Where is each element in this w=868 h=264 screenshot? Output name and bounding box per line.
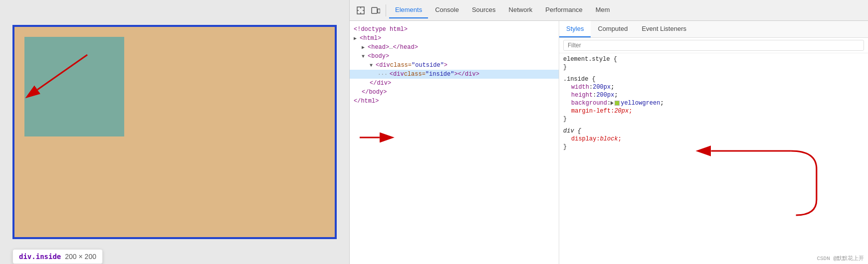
- devtools-main: <!doctype html> ▶ <html> ▶ <head>…</head…: [350, 21, 868, 264]
- dom-close-body[interactable]: </body>: [350, 88, 559, 97]
- tab-console[interactable]: Console: [429, 2, 465, 18]
- tab-mem[interactable]: Mem: [590, 2, 616, 18]
- css-div-selector: div {: [563, 127, 864, 135]
- tab-styles[interactable]: Styles: [559, 21, 591, 37]
- tab-sources[interactable]: Sources: [466, 2, 502, 18]
- css-prop-background[interactable]: background : yellowgreen ;: [563, 99, 864, 107]
- tooltip-size: 200 × 200: [65, 253, 96, 261]
- tab-computed[interactable]: Computed: [591, 21, 635, 37]
- color-swatch-yellowgreen[interactable]: [615, 101, 620, 106]
- watermark: CSDN @默默花上开: [817, 255, 864, 262]
- css-rule-inside: .inside { width : 200px ; height : 200px: [563, 75, 864, 123]
- svg-rect-8: [378, 9, 380, 13]
- browser-preview-panel: div.inside 200 × 200: [0, 0, 349, 264]
- tab-performance[interactable]: Performance: [539, 2, 588, 18]
- css-rule-div: div { display : block ; }: [563, 127, 864, 151]
- tab-elements[interactable]: Elements: [389, 2, 428, 18]
- tab-event-listeners[interactable]: Event Listeners: [635, 21, 693, 37]
- devtools-toolbar: Elements Console Sources Network Perform…: [350, 0, 868, 21]
- css-prop-display[interactable]: display : block ;: [563, 135, 864, 143]
- outside-div: [12, 25, 337, 239]
- dom-close-html[interactable]: </html>: [350, 97, 559, 106]
- dom-panel: <!doctype html> ▶ <html> ▶ <head>…</head…: [350, 21, 559, 264]
- styles-content: element.style { } .inside { width :: [559, 53, 868, 264]
- dom-body[interactable]: ▼ <body>: [350, 52, 559, 61]
- css-selector-line: element.style {: [563, 55, 864, 63]
- styles-filter-input[interactable]: [563, 40, 864, 51]
- styles-panel: Styles Computed Event Listeners element.…: [559, 21, 868, 264]
- devtools-panel: Elements Console Sources Network Perform…: [349, 0, 868, 264]
- css-prop-width[interactable]: width : 200px ;: [563, 83, 864, 91]
- css-div-close: }: [563, 143, 864, 151]
- tooltip-selector: div.inside: [19, 253, 61, 261]
- toolbar-divider: [386, 4, 386, 16]
- dom-inside[interactable]: ··· <div class="inside"></div>: [350, 70, 559, 79]
- styles-filter-bar: [559, 38, 868, 53]
- css-inside-selector: .inside {: [563, 75, 864, 83]
- device-toolbar-icon[interactable]: [369, 3, 383, 17]
- css-prop-margin-left[interactable]: margin-left : 20px ;: [563, 107, 864, 115]
- css-inside-close: }: [563, 115, 864, 123]
- expand-triangle[interactable]: [611, 101, 614, 105]
- dom-html[interactable]: ▶ <html>: [350, 34, 559, 43]
- dom-close-outside[interactable]: </div>: [350, 79, 559, 88]
- element-tooltip: div.inside 200 × 200: [12, 249, 103, 264]
- dom-outside[interactable]: ▼ <div class="outside">: [350, 61, 559, 70]
- tab-network[interactable]: Network: [503, 2, 539, 18]
- dom-head[interactable]: ▶ <head>…</head>: [350, 43, 559, 52]
- css-rule-element-style: element.style { }: [563, 55, 864, 71]
- css-prop-height[interactable]: height : 200px ;: [563, 91, 864, 99]
- styles-subtabs: Styles Computed Event Listeners: [559, 21, 868, 38]
- svg-rect-7: [372, 7, 377, 13]
- css-close-brace: }: [563, 63, 864, 71]
- inside-div: [24, 37, 124, 136]
- dom-doctype[interactable]: <!doctype html>: [350, 25, 559, 34]
- element-picker-icon[interactable]: [354, 3, 368, 17]
